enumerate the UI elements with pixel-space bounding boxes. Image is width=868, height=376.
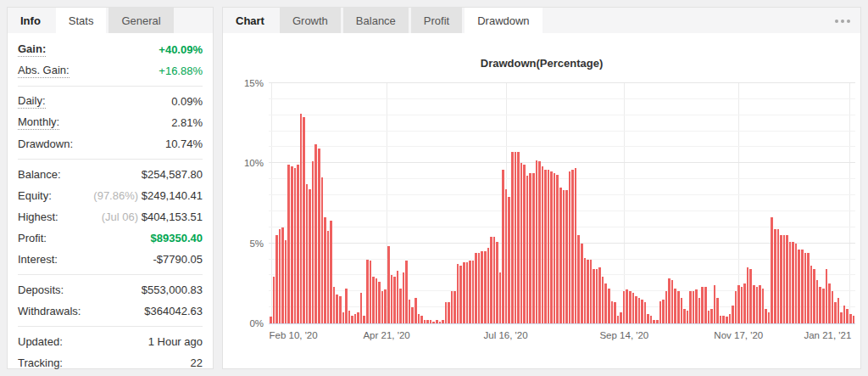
drawdown-bar	[737, 285, 740, 323]
drawdown-bar	[463, 262, 465, 323]
section-divider	[18, 274, 203, 275]
stat-label: Profit:	[18, 232, 47, 244]
drawdown-bar	[729, 314, 732, 323]
tab-general[interactable]: General	[108, 8, 173, 33]
drawdown-bar	[556, 175, 559, 323]
tab-balance[interactable]: Balance	[343, 8, 409, 33]
drawdown-bar	[409, 300, 411, 323]
drawdown-bar	[484, 251, 487, 323]
drawdown-bar	[554, 173, 556, 323]
drawdown-bar	[333, 287, 336, 323]
drawdown-bar	[732, 306, 734, 323]
drawdown-bar	[749, 269, 752, 323]
drawdown-bar	[629, 291, 632, 323]
drawdown-bar	[445, 302, 448, 323]
drawdown-bar	[502, 170, 504, 323]
drawdown-bar	[608, 289, 610, 324]
drawdown-bar	[722, 316, 725, 323]
drawdown-bar	[475, 253, 477, 323]
stat-row: Deposits:$553,000.83	[18, 279, 203, 300]
section-divider	[18, 159, 203, 160]
stat-label: Interest:	[18, 253, 58, 266]
drawdown-bar	[339, 296, 342, 323]
ellipsis-icon[interactable]	[835, 20, 850, 23]
drawdown-bar	[641, 300, 643, 323]
drawdown-bar	[596, 269, 598, 323]
drawdown-bar	[798, 250, 800, 323]
stat-row: Drawdown:10.74%	[18, 133, 203, 154]
stat-label: Abs. Gain:	[18, 64, 70, 78]
tab-chart[interactable]: Chart	[223, 8, 277, 33]
drawdown-bar	[544, 170, 547, 323]
stat-label: Drawdown:	[18, 137, 73, 150]
drawdown-bar	[378, 282, 381, 323]
drawdown-bar	[515, 152, 517, 323]
drawdown-bar	[330, 221, 332, 323]
stat-value: +40.09%	[159, 43, 203, 56]
drawdown-bar	[481, 251, 483, 323]
drawdown-bar	[442, 320, 444, 323]
drawdown-bar	[415, 298, 417, 323]
x-axis-label: Jul 16, '20	[484, 330, 528, 340]
drawdown-bar	[602, 277, 604, 323]
drawdown-bar	[550, 171, 553, 323]
drawdown-bar	[623, 291, 626, 323]
drawdown-bar	[321, 177, 324, 323]
stat-row: Daily:0.09%	[18, 91, 203, 112]
drawdown-bar	[559, 188, 562, 323]
drawdown-bar	[351, 316, 353, 323]
stat-value: 0.09%	[171, 95, 203, 108]
drawdown-bar	[569, 171, 571, 323]
drawdown-bar	[366, 260, 369, 323]
y-axis-label: 0%	[230, 318, 264, 328]
stat-label: Updated:	[18, 335, 63, 348]
drawdown-bar	[726, 317, 728, 323]
x-axis-label: Nov 17, '20	[714, 330, 763, 340]
drawdown-bar	[496, 242, 498, 323]
tab-drawdown[interactable]: Drawdown	[465, 8, 542, 33]
drawdown-bar	[828, 283, 831, 323]
stat-label: Highest:	[18, 210, 58, 223]
drawdown-bar	[617, 316, 620, 323]
drawdown-bar	[584, 258, 587, 323]
drawdown-bar	[819, 287, 821, 323]
drawdown-bar	[774, 229, 776, 323]
drawdown-bar	[548, 170, 550, 323]
drawdown-bar	[345, 289, 348, 324]
drawdown-bar	[424, 320, 426, 323]
tab-profit[interactable]: Profit	[411, 8, 462, 33]
tab-stats[interactable]: Stats	[56, 8, 107, 33]
drawdown-bar	[466, 262, 469, 323]
drawdown-bar	[538, 161, 541, 323]
drawdown-bar	[626, 289, 628, 323]
bars-container	[270, 83, 854, 323]
drawdown-bar	[581, 244, 583, 323]
x-axis-label: Apr 21, '20	[363, 330, 409, 340]
x-axis-line	[269, 323, 855, 324]
drawdown-bar	[405, 261, 408, 323]
drawdown-bar	[683, 309, 686, 323]
drawdown-bar	[832, 291, 834, 323]
stat-value: $254,587.80	[142, 168, 203, 181]
tab-info[interactable]: Info	[8, 8, 53, 33]
drawdown-bar	[638, 298, 641, 323]
drawdown-bar	[759, 285, 761, 323]
y-axis-label: 5%	[230, 239, 264, 249]
drawdown-bar	[381, 291, 384, 323]
drawdown-bar	[635, 296, 637, 323]
drawdown-bar	[689, 291, 692, 323]
drawdown-bar	[653, 320, 655, 323]
plot-area: Feb 10, '20Apr 21, '20Jul 16, '20Sep 14,…	[269, 83, 855, 323]
drawdown-bar	[517, 152, 520, 323]
drawdown-bar	[771, 217, 773, 323]
tab-growth[interactable]: Growth	[280, 8, 341, 33]
x-axis-label: Jan 21, '21	[804, 330, 851, 340]
drawdown-bar	[270, 317, 272, 323]
drawdown-bar	[542, 166, 544, 323]
drawdown-bar	[743, 283, 746, 323]
drawdown-bar	[511, 152, 514, 323]
drawdown-bar	[735, 291, 737, 323]
drawdown-bar	[393, 277, 396, 323]
drawdown-bar	[478, 253, 481, 323]
stat-row: Updated:1 Hour ago	[18, 331, 203, 352]
